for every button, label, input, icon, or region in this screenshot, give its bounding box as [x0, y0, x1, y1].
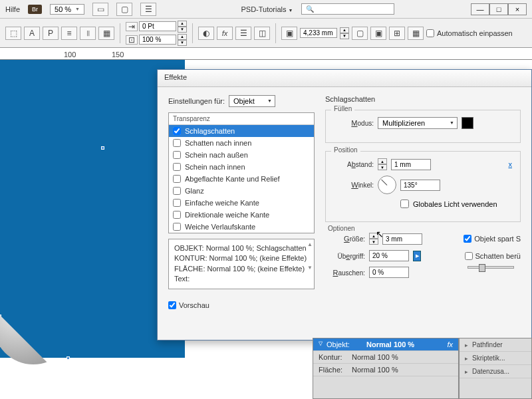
search-input[interactable] [301, 3, 394, 15]
angle-input[interactable] [400, 180, 440, 191]
scroll-down-icon[interactable]: ▼ [307, 264, 313, 271]
noise-label: Rauschen: [325, 269, 365, 277]
effect-directional-feather[interactable]: Direktionale weiche Kante [169, 209, 314, 221]
spread-slider[interactable] [467, 266, 514, 269]
preview-label: Vorschau [179, 301, 209, 309]
script-panel-button[interactable]: Skriptetik... [460, 352, 531, 365]
mm-spinner[interactable]: ▲▼ [340, 27, 349, 39]
effect-bevel[interactable]: Abgeflachte Kante und Relief [169, 173, 314, 185]
spread-flyout-icon[interactable]: ▶ [413, 251, 421, 261]
effect-basic-feather[interactable]: Einfache weiche Kante [169, 197, 314, 209]
bridge-button[interactable]: Br [28, 5, 42, 14]
maximize-button[interactable]: □ [489, 3, 508, 15]
mode-label: Modus: [334, 119, 374, 127]
settings-for-dropdown[interactable]: Objekt [229, 95, 275, 107]
preview-checkbox[interactable] [168, 301, 176, 309]
effect-gradient-feather[interactable]: Weiche Verlaufskante [169, 221, 314, 233]
angle-label: Winkel: [334, 181, 374, 189]
effects-panel: ▽ Objekt: Normal 100 % fx Kontur: Normal… [313, 338, 459, 399]
help-menu[interactable]: Hilfe [5, 5, 20, 13]
mm-input[interactable] [300, 28, 337, 38]
minimize-button[interactable]: — [471, 3, 489, 15]
pt-spinner[interactable]: ▲▼ [178, 21, 187, 33]
panel-row-area[interactable]: Fläche: Normal 100 % [313, 364, 458, 376]
type-icon[interactable]: A [24, 27, 40, 40]
percent-input[interactable] [139, 35, 176, 45]
angle-dial[interactable] [378, 176, 396, 194]
fill-frame-icon[interactable]: ▦ [408, 27, 424, 40]
zoom-dropdown[interactable]: 50 % [50, 4, 84, 15]
effects-list: Transparenz Schlagschatten Schatten nach… [168, 112, 315, 233]
offset-icon[interactable]: ⇥ [126, 22, 138, 31]
window-controls: — □ × [471, 3, 527, 15]
frame-fit-icon[interactable]: ▣ [281, 27, 297, 40]
settings-for-label: Einstellungen für: [168, 97, 225, 105]
effects-summary: OBJEKT: Normal 100 %; Schlagschatten KON… [168, 239, 315, 289]
shadow-color-swatch[interactable] [462, 117, 473, 129]
paragraph-icon[interactable]: P [43, 27, 59, 40]
panel-row-object[interactable]: ▽ Objekt: Normal 100 % fx [313, 338, 458, 351]
shadow-touches-checkbox[interactable] [465, 252, 473, 260]
x-link[interactable]: x [509, 160, 513, 168]
effect-satin[interactable]: Glanz [169, 185, 314, 197]
blend-mode-dropdown[interactable]: Multiplizieren [378, 117, 458, 129]
effect-drop-shadow[interactable]: Schlagschatten [169, 125, 314, 137]
pt-input[interactable] [139, 21, 176, 31]
distance-spinner[interactable]: ▲▼ [378, 158, 387, 170]
effects-dialog: Effekte Einstellungen für: Objekt Transp… [157, 69, 532, 340]
percent-spinner[interactable]: ▲▼ [178, 34, 187, 46]
menubar: Hilfe Br 50 % ▭ ▢ ☰ PSD-Tutorials ▼ — □ … [0, 0, 532, 19]
panel-row-contour[interactable]: Kontur: Normal 100 % [313, 351, 458, 364]
auto-fit-label: Automatisch einpassen [437, 29, 513, 37]
shadow-touches-label: Schatten berü [475, 252, 521, 260]
side-panel: Pathfinder Skriptetik... Datenzusa... [459, 338, 532, 399]
global-light-label: Globales Licht verwenden [413, 200, 497, 208]
opacity-icon[interactable]: ◐ [198, 27, 214, 40]
position-fieldset: Position Abstand: ▲▼ x Winkel: Globales … [325, 151, 521, 222]
wrap-icon[interactable]: ▦ [98, 27, 114, 40]
fit-frame-icon[interactable]: ▣ [370, 27, 386, 40]
dialog-title: Effekte [158, 70, 531, 87]
constrain-icon[interactable]: ⬚ [5, 27, 21, 40]
page-curl-object[interactable] [0, 285, 73, 364]
scale-icon[interactable]: ⊡ [126, 35, 138, 45]
size-input[interactable] [382, 233, 422, 245]
data-panel-button[interactable]: Datenzusa... [460, 365, 531, 378]
spread-input[interactable] [369, 250, 409, 261]
fill-fieldset: Füllen Modus: Multiplizieren [325, 110, 521, 143]
object-spares-label: Objekt spart S [474, 235, 521, 243]
center-content-icon[interactable]: ⊞ [389, 27, 405, 40]
screen-mode-icon[interactable]: ▢ [116, 3, 132, 16]
distance-input[interactable] [391, 159, 431, 170]
effect-inner-glow[interactable]: Schein nach innen [169, 161, 314, 173]
object-spares-checkbox[interactable] [464, 235, 471, 243]
options-fieldset: Optionen ↖ Größe: ▲▼ Objekt spart S Über… [325, 230, 521, 286]
fit-content-icon[interactable]: ▢ [352, 27, 368, 40]
anchor-point[interactable] [66, 356, 70, 360]
cursor-icon: ↖ [376, 229, 384, 239]
distribute-icon[interactable]: ⫴ [80, 27, 96, 40]
noise-input[interactable] [369, 267, 409, 278]
fx-icon[interactable]: fx [217, 27, 233, 40]
size-label: Größe: [325, 235, 365, 243]
section-heading: Schlagschatten [325, 95, 521, 103]
transparency-label[interactable]: Transparenz [169, 113, 314, 125]
corner-icon[interactable]: ◫ [254, 27, 270, 40]
close-button[interactable]: × [508, 3, 527, 15]
anchor-point[interactable] [101, 146, 104, 150]
auto-fit-checkbox[interactable] [426, 29, 434, 37]
distance-label: Abstand: [334, 160, 374, 168]
tutorials-link[interactable]: PSD-Tutorials ▼ [241, 5, 293, 13]
view-mode-icon[interactable]: ▭ [92, 3, 108, 16]
stroke-icon[interactable]: ☰ [235, 27, 251, 40]
align-icon[interactable]: ≡ [61, 27, 77, 40]
horizontal-ruler: 100 150 [0, 48, 532, 60]
scroll-up-icon[interactable]: ▲ [307, 241, 313, 248]
effect-outer-glow[interactable]: Schein nach außen [169, 149, 314, 161]
pathfinder-panel-button[interactable]: Pathfinder [460, 338, 531, 352]
global-light-checkbox[interactable] [400, 200, 409, 208]
spread-label: Übergriff: [325, 252, 365, 260]
options-toolbar: ⬚ A P ≡ ⫴ ▦ ⇥ ▲▼ ⊡ ▲▼ ◐ fx ☰ ◫ ▣ ▲▼ ▢ ▣ … [0, 19, 532, 48]
arrange-icon[interactable]: ☰ [140, 3, 156, 16]
effect-inner-shadow[interactable]: Schatten nach innen [169, 137, 314, 149]
